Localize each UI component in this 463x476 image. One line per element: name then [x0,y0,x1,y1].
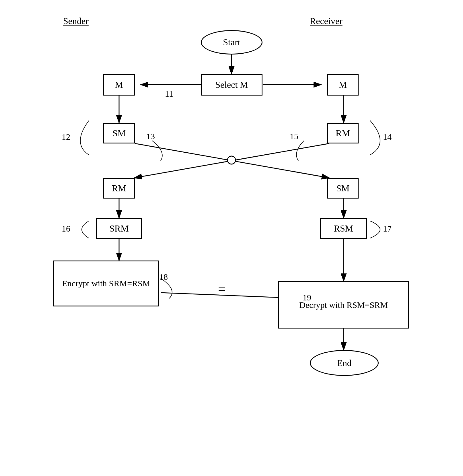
sender-rm-box: RM [103,178,135,199]
svg-point-9 [227,156,236,164]
select-m-box: Select M [201,74,262,96]
ref-18: 18 [159,272,168,282]
encrypt-box: Encrypt with SRM=RSM [53,261,159,306]
start-node: Start [201,30,262,55]
ref-19: 19 [303,293,311,302]
sender-sm-box: SM [103,123,135,143]
end-node: End [310,350,379,376]
flowchart-arrows [0,0,463,476]
ref-11: 11 [165,89,173,99]
receiver-sm-box: SM [327,178,359,199]
ref-15: 15 [290,131,298,141]
ref-16: 16 [62,224,70,234]
receiver-rsm-box: RSM [320,218,367,239]
sender-srm-box: SRM [96,218,142,239]
sender-m-box: M [103,74,135,96]
ref-17: 17 [383,224,392,234]
ref-14: 14 [383,132,392,142]
sender-label: Sender [63,16,89,26]
receiver-rm-box: RM [327,123,359,143]
equals-sign: = [218,281,226,297]
receiver-m-box: M [327,74,359,96]
diagram-container: Sender Receiver Start Select M M M SM RM… [0,0,463,476]
decrypt-box: Decrypt with RSM=SRM [278,281,409,329]
receiver-label: Receiver [310,16,343,26]
ref-12: 12 [62,132,70,142]
ref-13: 13 [146,131,155,141]
